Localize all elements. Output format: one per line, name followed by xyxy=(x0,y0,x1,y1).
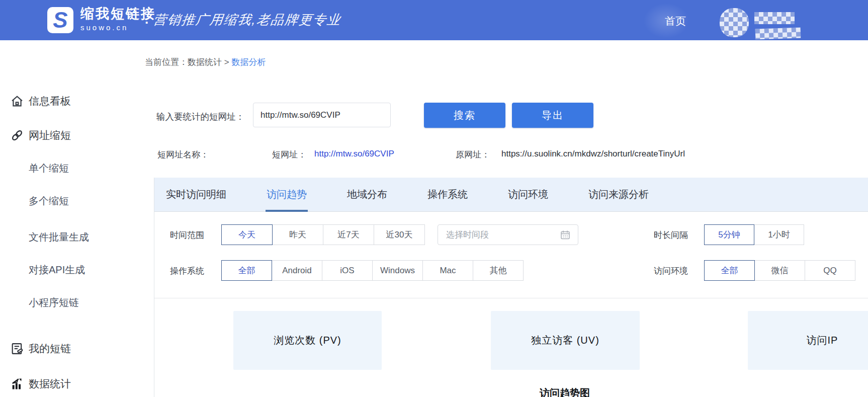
tab-visit-environment[interactable]: 访问环境 xyxy=(508,178,548,211)
sidebar-item-label: 单个缩短 xyxy=(29,162,69,175)
nav-home-link[interactable]: 首页 xyxy=(665,14,686,28)
sidebar-item-my-links[interactable]: 我的短链 xyxy=(0,341,144,357)
time-range-today[interactable]: 今天 xyxy=(221,224,273,245)
bar-chart-icon xyxy=(10,376,25,391)
short-url-input-label: 输入要统计的短网址： xyxy=(156,111,244,123)
search-button[interactable]: 搜索 xyxy=(424,103,505,128)
stat-card-uv: 独立访客 (UV) xyxy=(491,311,640,370)
breadcrumb-separator: > xyxy=(224,57,229,67)
sidebar-item-label: 数据统计 xyxy=(29,377,71,391)
link-icon xyxy=(10,128,25,143)
breadcrumb: 当前位置：数据统计 > 数据分析 xyxy=(145,56,266,68)
time-range-7days[interactable]: 近7天 xyxy=(323,224,374,245)
sidebar-item-file-batch[interactable]: 文件批量生成 xyxy=(0,229,144,245)
stat-card-ip-label: 访问IP xyxy=(807,334,838,347)
os-android[interactable]: Android xyxy=(272,260,322,281)
tab-visit-source[interactable]: 访问来源分析 xyxy=(588,178,649,211)
sidebar-item-single-shorten[interactable]: 单个缩短 xyxy=(0,160,144,176)
short-url-name-label: 短网址名称： xyxy=(157,149,209,161)
env-filter-options: 全部 微信 QQ xyxy=(704,260,855,281)
sidebar-item-label: 信息看板 xyxy=(29,94,71,108)
tab-realtime-detail[interactable]: 实时访问明细 xyxy=(166,178,226,211)
original-url-label: 原网址： xyxy=(456,149,490,161)
stat-card-uv-label: 独立访客 (UV) xyxy=(531,334,599,347)
os-filter-label: 操作系统 xyxy=(170,265,204,277)
brand-tagline: 营销推广用缩我,老品牌更专业 xyxy=(152,11,342,29)
os-filter-options: 全部 Android iOS Windows Mac 其他 xyxy=(221,260,524,281)
time-range-30days[interactable]: 近30天 xyxy=(374,224,425,245)
sidebar-item-label: 对接API生成 xyxy=(29,263,85,277)
stat-card-pv: 浏览次数 (PV) xyxy=(233,311,382,370)
stat-card-pv-label: 浏览次数 (PV) xyxy=(274,334,341,347)
env-wechat[interactable]: 微信 xyxy=(754,260,805,281)
svg-text:S: S xyxy=(53,8,67,32)
user-name-redacted-line1 xyxy=(754,12,795,24)
sidebar-item-api-generate[interactable]: 对接API生成 xyxy=(0,262,144,278)
env-all[interactable]: 全部 xyxy=(704,260,755,281)
sidebar-item-dashboard[interactable]: 信息看板 xyxy=(0,93,144,109)
short-url-value-link[interactable]: http://mtw.so/69CVIP xyxy=(314,149,394,159)
os-windows[interactable]: Windows xyxy=(372,260,423,281)
content-divider xyxy=(154,298,868,298)
stat-card-ip: 访问IP xyxy=(748,311,868,370)
interval-5min[interactable]: 5分钟 xyxy=(704,224,754,245)
sidebar-item-url-shorten[interactable]: 网址缩短 xyxy=(0,127,144,143)
sidebar-item-data-stats[interactable]: 数据统计 xyxy=(0,376,144,392)
os-mac[interactable]: Mac xyxy=(422,260,473,281)
home-icon xyxy=(10,94,25,109)
time-range-label: 时间范围 xyxy=(170,229,204,241)
breadcrumb-section[interactable]: 数据统计 xyxy=(188,57,222,67)
sidebar-item-label: 我的短链 xyxy=(29,342,71,356)
short-url-input[interactable] xyxy=(253,103,391,127)
tab-operating-system[interactable]: 操作系统 xyxy=(427,178,468,211)
brand-logo-icon[interactable]: S xyxy=(47,7,73,33)
time-range-yesterday[interactable]: 昨天 xyxy=(272,224,323,245)
user-avatar[interactable] xyxy=(720,8,749,37)
date-range-picker[interactable]: 选择时间段 xyxy=(438,224,578,245)
url-info-row: 短网址名称： 短网址： http://mtw.so/69CVIP 原网址： ht… xyxy=(0,149,868,160)
tab-region-distribution[interactable]: 地域分布 xyxy=(347,178,387,211)
env-qq[interactable]: QQ xyxy=(805,260,855,281)
interval-label: 时长间隔 xyxy=(654,229,688,241)
date-range-placeholder: 选择时间段 xyxy=(446,229,560,241)
original-url-value: https://u.suolink.cn/mkdwz/shorturl/crea… xyxy=(501,149,685,159)
sidebar-item-label: 小程序短链 xyxy=(29,296,79,309)
export-button[interactable]: 导出 xyxy=(512,103,593,128)
short-url-label: 短网址： xyxy=(272,149,306,161)
time-range-options: 今天 昨天 近7天 近30天 xyxy=(221,224,425,245)
sidebar-item-miniprogram-link[interactable]: 小程序短链 xyxy=(0,294,144,310)
interval-1hour[interactable]: 1小时 xyxy=(754,224,804,245)
stats-tabbar: 实时访问明细 访问趋势 地域分布 操作系统 访问环境 访问来源分析 xyxy=(154,178,868,212)
tab-visit-trend[interactable]: 访问趋势 xyxy=(267,178,307,211)
calendar-icon xyxy=(560,229,571,241)
user-name-redacted-line2 xyxy=(755,27,801,39)
env-filter-label: 访问环境 xyxy=(654,265,688,277)
breadcrumb-prefix: 当前位置： xyxy=(145,57,188,67)
sidebar-item-label: 网址缩短 xyxy=(29,128,71,142)
breadcrumb-current[interactable]: 数据分析 xyxy=(231,57,266,67)
os-all[interactable]: 全部 xyxy=(221,260,272,281)
sidebar-item-multi-shorten[interactable]: 多个缩短 xyxy=(0,193,144,209)
trend-chart-title: 访问趋势图 xyxy=(514,386,615,397)
doc-edit-icon xyxy=(10,341,25,356)
os-ios[interactable]: iOS xyxy=(322,260,373,281)
logo-separator-dot: · xyxy=(145,15,149,31)
sidebar-item-label: 多个缩短 xyxy=(29,194,69,208)
interval-options: 5分钟 1小时 xyxy=(704,224,804,245)
sidebar-item-label: 文件批量生成 xyxy=(29,230,89,244)
app-header: S 缩我短链接 suowo.cn · 营销推广用缩我,老品牌更专业 首页 xyxy=(0,0,868,40)
os-other[interactable]: 其他 xyxy=(473,260,524,281)
